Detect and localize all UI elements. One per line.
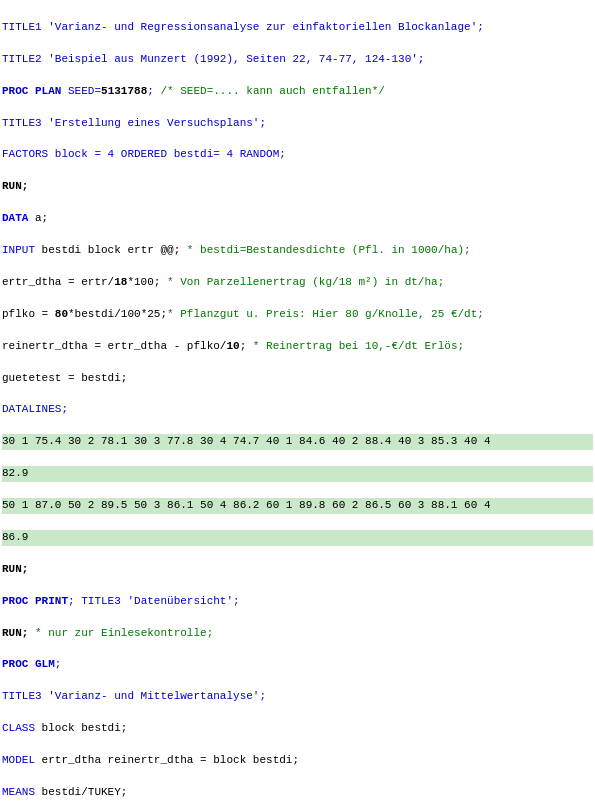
line-title1: TITLE1 'Varianz- und Regressionsanalyse …	[2, 20, 593, 36]
line-input: INPUT bestdi block ertr @@; * bestdi=Bes…	[2, 243, 593, 259]
code-editor: TITLE1 'Varianz- und Regressionsanalyse …	[2, 4, 593, 809]
line-datalines: DATALINES;	[2, 402, 593, 418]
line-proc-plan: PROC PLAN SEED=5131788; /* SEED=.... kan…	[2, 84, 593, 100]
pflko-comment: * Pflanzgut u. Preis: Hier 80 g/Knolle, …	[167, 308, 484, 320]
data4-text: 86.9	[2, 531, 28, 543]
data-name-text: a;	[35, 212, 48, 224]
pflko-num: 80	[55, 308, 68, 320]
means-text: bestdi/TUKEY;	[42, 786, 128, 798]
line-model1: MODEL ertr_dtha reinertr_dtha = block be…	[2, 753, 593, 769]
line-proc-print: PROC PRINT; TITLE3 'Datenübersicht';	[2, 594, 593, 610]
proc-print-semi: ;	[68, 595, 81, 607]
data1-text: 30 1 75.4 30 2 78.1 30 3 77.8 30 4 74.7 …	[2, 435, 490, 447]
run2-text: RUN;	[2, 563, 28, 575]
line-data4: 86.9	[2, 530, 593, 546]
pflko-text: pflko =	[2, 308, 55, 320]
guetetest-text: guetetest = bestdi;	[2, 372, 127, 384]
input-keyword: INPUT	[2, 244, 42, 256]
proc-glm1-keyword: PROC GLM	[2, 658, 55, 670]
line-data3: 50 1 87.0 50 2 89.5 50 3 86.1 50 4 86.2 …	[2, 498, 593, 514]
run3-comment: * nur zur Einlesekontrolle;	[35, 627, 213, 639]
line-title3-b: TITLE3 'Varianz- und Mittelwertanalyse';	[2, 689, 593, 705]
proc-glm1-semi: ;	[55, 658, 62, 670]
ertr-comment: * Von Parzellenertrag (kg/18 m²) in dt/h…	[167, 276, 444, 288]
class1-text: block bestdi;	[42, 722, 128, 734]
line-proc-glm1: PROC GLM;	[2, 657, 593, 673]
proc-plan-keyword: PROC PLAN	[2, 85, 68, 97]
input-text: bestdi block ertr @@;	[42, 244, 187, 256]
input-comment: * bestdi=Bestandesdichte (Pfl. in 1000/h…	[187, 244, 471, 256]
line-title3-a: TITLE3 'Erstellung eines Versuchsplans';	[2, 116, 593, 132]
proc-plan-seed: SEED=	[68, 85, 101, 97]
model1-keyword: MODEL	[2, 754, 42, 766]
factors-text: FACTORS block = 4 ORDERED bestdi= 4 RAND…	[2, 148, 286, 160]
line-data2: 82.9	[2, 466, 593, 482]
run1-text: RUN;	[2, 180, 28, 192]
line-pflko: pflko = 80*bestdi/100*25;* Pflanzgut u. …	[2, 307, 593, 323]
data2-text: 82.9	[2, 467, 28, 479]
line-run1: RUN;	[2, 179, 593, 195]
proc-print-title: TITLE3 'Datenübersicht';	[81, 595, 239, 607]
title2-text: TITLE2 'Beispiel aus Munzert (1992), Sei…	[2, 53, 424, 65]
line-run2: RUN;	[2, 562, 593, 578]
line-factors: FACTORS block = 4 ORDERED bestdi= 4 RAND…	[2, 147, 593, 163]
data3-text: 50 1 87.0 50 2 89.5 50 3 86.1 50 4 86.2 …	[2, 499, 490, 511]
line-means: MEANS bestdi/TUKEY;	[2, 785, 593, 801]
proc-plan-comment: /* SEED=.... kann auch entfallen*/	[154, 85, 385, 97]
proc-print-keyword: PROC PRINT	[2, 595, 68, 607]
title3-a-text: TITLE3 'Erstellung eines Versuchsplans';	[2, 117, 266, 129]
title3-b-text: TITLE3 'Varianz- und Mittelwertanalyse';	[2, 690, 266, 702]
line-class1: CLASS block bestdi;	[2, 721, 593, 737]
line-ertr: ertr_dtha = ertr/18*100; * Von Parzellen…	[2, 275, 593, 291]
ertr-num: 18	[114, 276, 127, 288]
reinertr-comment: * Reinertrag bei 10,-€/dt Erlös;	[253, 340, 464, 352]
line-reinertr: reinertr_dtha = ertr_dtha - pflko/10; * …	[2, 339, 593, 355]
line-guetetest: guetetest = bestdi;	[2, 371, 593, 387]
class1-keyword: CLASS	[2, 722, 42, 734]
proc-plan-semi: ;	[147, 85, 154, 97]
pflko-text2: *bestdi/100*25;	[68, 308, 167, 320]
line-title2: TITLE2 'Beispiel aus Munzert (1992), Sei…	[2, 52, 593, 68]
line-data: DATA a;	[2, 211, 593, 227]
line-data1: 30 1 75.4 30 2 78.1 30 3 77.8 30 4 74.7 …	[2, 434, 593, 450]
proc-plan-seedval: 5131788	[101, 85, 147, 97]
title1-text: TITLE1 'Varianz- und Regressionsanalyse …	[2, 21, 484, 33]
ertr-text2: *100;	[127, 276, 167, 288]
datalines-text: DATALINES;	[2, 403, 68, 415]
reinertr-num: 10	[226, 340, 239, 352]
model1-text: ertr_dtha reinertr_dtha = block bestdi;	[42, 754, 299, 766]
reinertr-text: reinertr_dtha = ertr_dtha - pflko/	[2, 340, 226, 352]
run3-text: RUN;	[2, 627, 28, 639]
reinertr-text2: ;	[240, 340, 253, 352]
data-keyword: DATA	[2, 212, 35, 224]
line-run3: RUN; * nur zur Einlesekontrolle;	[2, 626, 593, 642]
ertr-text: ertr_dtha = ertr/	[2, 276, 114, 288]
means-keyword: MEANS	[2, 786, 42, 798]
